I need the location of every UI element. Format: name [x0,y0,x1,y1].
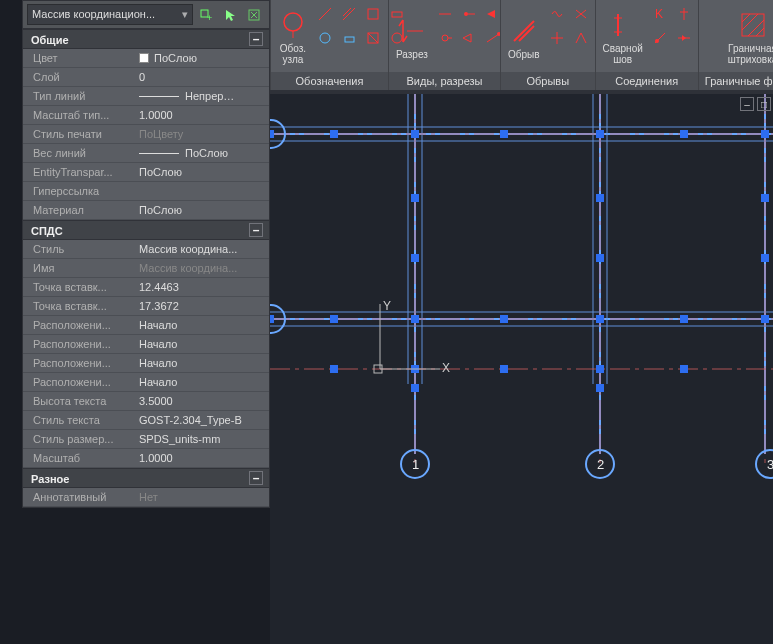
weld-button[interactable]: Сварной шов [599,3,647,72]
svg-line-20 [514,21,534,41]
property-key: Материал [23,201,133,219]
svg-rect-79 [761,254,769,262]
ico-br2[interactable] [570,3,592,25]
ico-a2[interactable] [338,3,360,25]
property-value[interactable]: Массив координа... [133,240,269,258]
break-tools-grid [546,3,592,72]
property-value[interactable]: 12.4463 [133,278,269,296]
ribbon-toolbar: Обоз. узла Обозначения Разрез [270,0,773,90]
property-value[interactable]: 1.0000 [133,106,269,124]
property-value[interactable]: SPDS_units-mm [133,430,269,448]
ico-v5[interactable] [458,27,480,49]
property-value[interactable]: ПоСлою [133,49,269,67]
property-value[interactable]: 17.3672 [133,297,269,315]
collapse-icon[interactable]: – [249,471,263,485]
section-button[interactable]: Разрез [392,3,432,72]
property-value[interactable] [133,182,269,200]
property-value[interactable]: 1.0000 [133,449,269,467]
property-row[interactable]: АннотативныйНет [23,488,269,507]
property-value[interactable]: ПоСлою [133,163,269,181]
property-row[interactable]: Точка вставк...17.3672 [23,297,269,316]
property-value[interactable]: ПоСлою [133,144,269,162]
section-title: Разное [31,473,69,485]
ico-a1[interactable] [314,3,336,25]
property-row[interactable]: Расположени...Начало [23,354,269,373]
property-value[interactable]: ПоЦвету [133,125,269,143]
ico-c2[interactable] [673,3,695,25]
drawing-canvas[interactable]: 1 2 3 X Y – □ [270,90,773,644]
ico-br3[interactable] [546,27,568,49]
property-value[interactable]: Массив координа... [133,259,269,277]
collapse-icon[interactable]: – [249,223,263,237]
select-objects-icon[interactable] [219,4,241,26]
property-row[interactable]: Расположени...Начало [23,373,269,392]
property-value[interactable]: Начало [133,373,269,391]
ico-c3[interactable] [649,27,671,49]
property-row[interactable]: Расположени...Начало [23,316,269,335]
viewport-minimize-icon[interactable]: – [740,97,754,111]
property-row[interactable]: ИмяМассив координа... [23,259,269,278]
svg-rect-59 [330,130,338,138]
ico-br4[interactable] [570,27,592,49]
property-row[interactable]: ЦветПоСлою [23,49,269,68]
ico-v4[interactable] [434,27,456,49]
property-row[interactable]: Вес линийПоСлою [23,144,269,163]
ico-a3[interactable] [362,3,384,25]
svg-rect-34 [742,14,764,36]
ico-br1[interactable] [546,3,568,25]
quick-select-icon[interactable] [243,4,265,26]
property-row[interactable]: Тип линийНепрер… [23,87,269,106]
property-value[interactable]: Непрер… [133,87,269,105]
section-title: СПДС [31,225,63,237]
property-row[interactable]: EntityTranspar...ПоСлою [23,163,269,182]
panel-label: Соединения [596,72,698,90]
break-button[interactable]: Обрыв [504,3,544,72]
object-type-selector[interactable]: Массив координацион...▾ [27,4,193,25]
property-row[interactable]: Стиль размер...SPDS_units-mm [23,430,269,449]
property-row[interactable]: Стиль печатиПоЦвету [23,125,269,144]
section-misc: Разное– АннотативныйНет [23,468,269,507]
ico-b2[interactable] [338,27,360,49]
property-value[interactable]: GOST-2.304_Type-B [133,411,269,429]
property-row[interactable]: Высота текста3.5000 [23,392,269,411]
svg-point-32 [655,39,659,43]
property-value[interactable]: Нет [133,488,269,506]
property-row[interactable]: Точка вставк...12.4463 [23,278,269,297]
toggle-pickadd-icon[interactable]: + [195,4,217,26]
property-key: Расположени... [23,354,133,372]
ico-v2[interactable] [458,3,480,25]
ico-b1[interactable] [314,27,336,49]
property-row[interactable]: СтильМассив координа... [23,240,269,259]
svg-line-2 [319,8,331,20]
panel-label: Виды, разрезы [389,72,500,90]
svg-text:+: + [207,13,212,23]
ico-b3[interactable] [362,27,384,49]
ico-v1[interactable] [434,3,456,25]
viewport-maximize-icon[interactable]: □ [757,97,771,111]
property-value[interactable]: 3.5000 [133,392,269,410]
svg-rect-74 [411,384,419,392]
property-row[interactable]: Гиперссылка [23,182,269,201]
ico-c1[interactable]: K [649,3,671,25]
property-row[interactable]: Масштаб тип...1.0000 [23,106,269,125]
property-key: Стиль текста [23,411,133,429]
property-key: Расположени... [23,316,133,334]
node-label-button[interactable]: Обоз. узла [274,3,312,72]
boundary-hatch-button[interactable]: Граничная штриховка [724,8,773,67]
property-row[interactable]: МатериалПоСлою [23,201,269,220]
collapse-icon[interactable]: – [249,32,263,46]
ico-c4[interactable] [673,27,695,49]
property-row[interactable]: Масштаб1.0000 [23,449,269,468]
svg-rect-58 [270,130,274,138]
property-value[interactable]: Начало [133,316,269,334]
property-row[interactable]: Слой0 [23,68,269,87]
property-value[interactable]: ПоСлою [133,201,269,219]
property-value[interactable]: Начало [133,335,269,353]
property-key: Вес линий [23,144,133,162]
property-value[interactable]: Начало [133,354,269,372]
property-value[interactable]: 0 [133,68,269,86]
views-tools-grid [434,3,504,72]
svg-line-37 [748,20,764,36]
property-row[interactable]: Стиль текстаGOST-2.304_Type-B [23,411,269,430]
property-row[interactable]: Расположени...Начало [23,335,269,354]
